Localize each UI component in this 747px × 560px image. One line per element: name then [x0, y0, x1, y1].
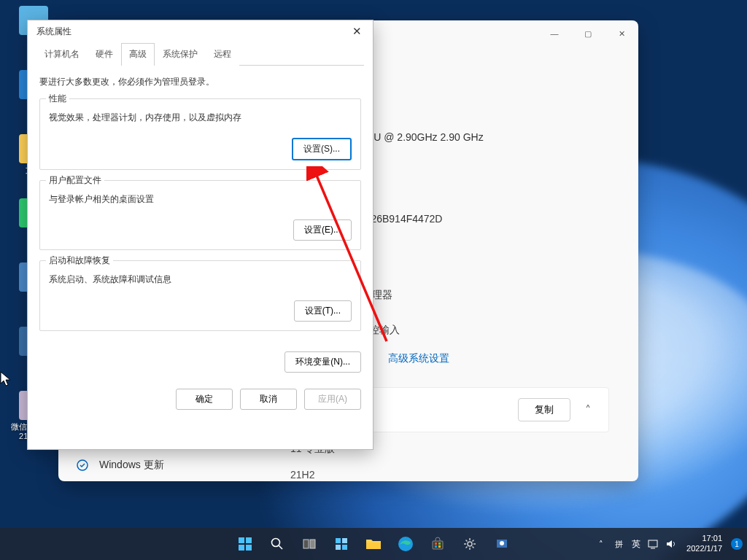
- svg-rect-14: [366, 542, 381, 549]
- volume-icon[interactable]: [665, 537, 678, 551]
- dialog-tabs: 计算机名硬件高级系统保护远程: [28, 42, 373, 65]
- group-性能: 性能 视觉效果，处理器计划，内存使用，以及虚拟内存 设置(S)...: [39, 98, 361, 170]
- time-label: 17:01: [686, 534, 722, 544]
- dialog-footer: 确定 取消 应用(A): [28, 383, 373, 420]
- close-icon[interactable]: ✕: [347, 23, 367, 39]
- sidebar-item-windows-update[interactable]: Windows 更新: [67, 452, 247, 478]
- sidebar-item-label: Windows 更新: [99, 459, 164, 472]
- group-desc: 视觉效果，处理器计划，内存使用，以及虚拟内存: [49, 111, 352, 125]
- cancel-button[interactable]: 取消: [240, 389, 297, 410]
- svg-point-6: [272, 539, 280, 547]
- svg-rect-12: [336, 545, 341, 550]
- svg-rect-10: [336, 538, 341, 543]
- date-label: 2022/1/17: [686, 544, 722, 554]
- tab-系统保护[interactable]: 系统保护: [155, 43, 206, 66]
- group-desc: 与登录帐户相关的桌面设置: [49, 192, 352, 206]
- group-用户配置文件: 用户配置文件 与登录帐户相关的桌面设置 设置(E)...: [39, 180, 361, 250]
- svg-rect-17: [435, 542, 437, 545]
- environment-variables-button[interactable]: 环境变量(N)...: [285, 351, 361, 373]
- link-advanced-settings[interactable]: 高级系统设置: [388, 352, 449, 365]
- app-button[interactable]: [487, 529, 516, 559]
- start-button[interactable]: [231, 529, 260, 559]
- taskbar-tray: ˄ 拼 英 17:01 2022/1/17 1: [595, 534, 743, 554]
- close-button[interactable]: ✕: [605, 23, 638, 44]
- explorer-button[interactable]: [359, 529, 388, 559]
- tab-计算机名[interactable]: 计算机名: [36, 43, 88, 66]
- system-properties-dialog: 系统属性 ✕ 计算机名硬件高级系统保护远程 要进行大多数更改，你必须作为管理员登…: [27, 20, 374, 450]
- update-icon: [76, 459, 89, 472]
- minimize-button[interactable]: —: [538, 23, 571, 44]
- svg-rect-18: [438, 542, 441, 545]
- group-启动和故障恢复: 启动和故障恢复 系统启动、系统故障和调试信息 设置(T)...: [39, 260, 361, 330]
- maximize-button[interactable]: ▢: [571, 23, 605, 44]
- widgets-button[interactable]: [327, 529, 356, 559]
- settings-button-用户配置文件[interactable]: 设置(E)...: [293, 219, 352, 241]
- svg-rect-3: [246, 537, 252, 543]
- admin-note: 要进行大多数更改，你必须作为管理员登录。: [39, 76, 361, 88]
- settings-button[interactable]: [455, 529, 484, 559]
- tab-高级[interactable]: 高级: [121, 43, 155, 66]
- task-view-button[interactable]: [295, 529, 324, 559]
- svg-rect-16: [433, 541, 443, 549]
- settings-button-性能[interactable]: 设置(S)...: [292, 138, 352, 160]
- store-button[interactable]: [423, 529, 452, 559]
- settings-button-启动和故障恢复[interactable]: 设置(T)...: [294, 300, 352, 322]
- svg-rect-4: [239, 545, 244, 551]
- tab-远程[interactable]: 远程: [206, 43, 239, 66]
- group-desc: 系统启动、系统故障和调试信息: [49, 273, 352, 287]
- svg-rect-11: [342, 538, 347, 543]
- apply-button: 应用(A): [304, 389, 361, 410]
- tab-硬件[interactable]: 硬件: [88, 43, 121, 66]
- svg-rect-24: [649, 540, 657, 547]
- windows-version: 21H2: [290, 469, 314, 481]
- svg-rect-19: [435, 545, 437, 548]
- svg-rect-5: [246, 545, 252, 551]
- taskbar-center: [231, 529, 516, 559]
- svg-point-21: [468, 542, 472, 546]
- svg-rect-2: [239, 537, 244, 543]
- svg-point-23: [500, 541, 504, 545]
- svg-rect-9: [310, 540, 315, 548]
- group-title: 用户配置文件: [46, 174, 104, 187]
- ime-lang-indicator[interactable]: 拼: [612, 537, 625, 551]
- taskbar: ˄ 拼 英 17:01 2022/1/17 1: [0, 528, 747, 560]
- dialog-titlebar: 系统属性 ✕: [28, 20, 373, 42]
- search-button[interactable]: [263, 529, 292, 559]
- copy-button[interactable]: 复制: [518, 398, 570, 421]
- dialog-title: 系统属性: [36, 26, 71, 38]
- group-title: 性能: [46, 93, 69, 105]
- svg-rect-20: [438, 545, 441, 548]
- ok-button[interactable]: 确定: [176, 389, 233, 410]
- edge-button[interactable]: [391, 529, 420, 559]
- svg-line-7: [279, 545, 282, 549]
- clock[interactable]: 17:01 2022/1/17: [682, 534, 727, 554]
- svg-rect-13: [342, 545, 347, 550]
- chevron-up-icon[interactable]: ˄: [581, 403, 595, 417]
- group-title: 启动和故障恢复: [46, 254, 113, 267]
- network-icon[interactable]: [647, 537, 660, 551]
- svg-rect-8: [303, 540, 309, 548]
- chevron-up-icon[interactable]: ˄: [595, 537, 608, 551]
- notification-badge[interactable]: 1: [731, 538, 743, 550]
- ime-mode-indicator[interactable]: 英: [630, 537, 643, 551]
